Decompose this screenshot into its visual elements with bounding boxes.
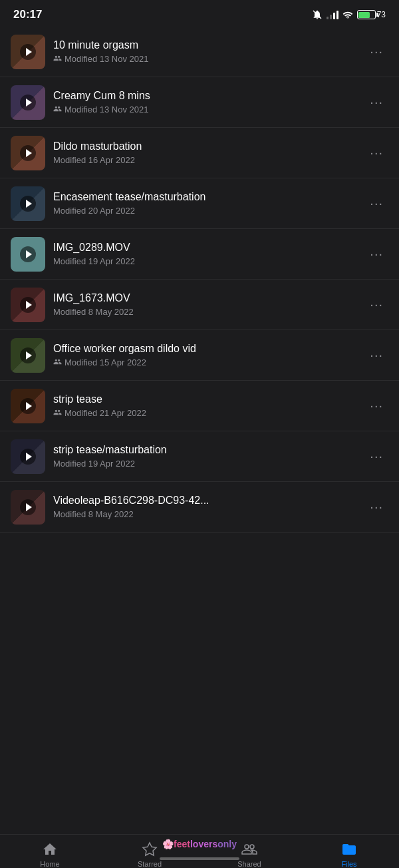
- brand-footer: 🌸feetloversonly: [162, 839, 237, 849]
- file-more-button[interactable]: ···: [364, 190, 388, 216]
- file-thumbnail: [11, 389, 45, 423]
- file-modified-date: Modified 20 Apr 2022: [53, 206, 135, 216]
- file-list-item[interactable]: 10 minute orgasmModified 13 Nov 2021···: [0, 27, 399, 77]
- file-more-button[interactable]: ···: [364, 39, 388, 65]
- file-name: IMG_0289.MOV: [53, 242, 356, 254]
- star-icon: [142, 841, 158, 857]
- battery-indicator: 73: [357, 10, 386, 19]
- file-meta: Modified 8 May 2022: [53, 509, 356, 519]
- file-meta: Modified 15 Apr 2022: [53, 357, 356, 368]
- file-list-item[interactable]: Videoleap-B616C298-DC93-42...Modified 8 …: [0, 482, 399, 533]
- file-modified-date: Modified 19 Apr 2022: [53, 459, 135, 469]
- file-modified-date: Modified 13 Nov 2021: [65, 54, 148, 64]
- play-icon: [20, 246, 36, 262]
- battery-text: 73: [377, 10, 386, 19]
- file-modified-date: Modified 8 May 2022: [53, 307, 134, 317]
- file-more-button[interactable]: ···: [364, 393, 388, 419]
- file-modified-date: Modified 8 May 2022: [53, 509, 134, 519]
- file-meta: Modified 13 Nov 2021: [53, 105, 356, 115]
- file-thumbnail: [11, 85, 45, 120]
- file-name: Office worker orgasm dildo vid: [53, 343, 356, 355]
- file-meta: Modified 19 Apr 2022: [53, 459, 356, 469]
- file-list-item[interactable]: strip tease/masturbationModified 19 Apr …: [0, 431, 399, 482]
- status-bar: 20:17 73: [0, 0, 399, 27]
- file-more-button[interactable]: ···: [364, 89, 388, 115]
- file-list-item[interactable]: Office worker orgasm dildo vidModified 1…: [0, 330, 399, 381]
- file-more-button[interactable]: ···: [364, 241, 388, 267]
- signal-bars-icon: [327, 11, 338, 19]
- file-thumbnail: [11, 136, 45, 170]
- file-more-button[interactable]: ···: [364, 342, 388, 368]
- file-list-item[interactable]: Dildo masturbationModified 16 Apr 2022··…: [0, 128, 399, 178]
- file-thumbnail: [11, 237, 45, 272]
- file-thumbnail: [11, 186, 45, 221]
- shared-status-icon: [53, 408, 62, 419]
- file-name: Encasement tease/masturbation: [53, 191, 356, 203]
- shared-icon: [241, 841, 257, 857]
- nav-shared-label: Shared: [237, 860, 261, 868]
- file-modified-date: Modified 13 Nov 2021: [65, 105, 148, 114]
- file-name: Videoleap-B616C298-DC93-42...: [53, 495, 356, 507]
- file-more-button[interactable]: ···: [364, 494, 388, 520]
- status-time: 20:17: [13, 8, 42, 21]
- play-icon: [20, 347, 36, 363]
- file-name: Creamy Cum 8 mins: [53, 90, 356, 102]
- file-name: 10 minute orgasm: [53, 39, 356, 51]
- status-icons: 73: [312, 9, 386, 20]
- file-thumbnail: [11, 490, 45, 525]
- play-icon: [20, 499, 36, 515]
- shared-status-icon: [53, 54, 62, 65]
- play-icon: [20, 95, 36, 110]
- file-thumbnail: [11, 288, 45, 322]
- file-list-item[interactable]: Creamy Cum 8 minsModified 13 Nov 2021···: [0, 77, 399, 128]
- file-more-button[interactable]: ···: [364, 292, 388, 318]
- file-name: strip tease: [53, 393, 356, 405]
- file-list-item[interactable]: IMG_1673.MOVModified 8 May 2022···: [0, 280, 399, 330]
- file-list: 10 minute orgasmModified 13 Nov 2021···C…: [0, 27, 399, 533]
- wifi-icon: [342, 11, 353, 19]
- shared-status-icon: [53, 357, 62, 368]
- file-meta: Modified 8 May 2022: [53, 307, 356, 317]
- file-meta: Modified 16 Apr 2022: [53, 155, 356, 165]
- file-more-button[interactable]: ···: [364, 140, 388, 166]
- file-meta: Modified 19 Apr 2022: [53, 256, 356, 266]
- file-meta: Modified 20 Apr 2022: [53, 206, 356, 216]
- files-icon: [341, 841, 357, 857]
- play-icon: [20, 297, 36, 313]
- file-name: strip tease/masturbation: [53, 444, 356, 456]
- nav-files[interactable]: Files: [299, 841, 399, 868]
- file-list-item[interactable]: Encasement tease/masturbationModified 20…: [0, 178, 399, 229]
- file-meta: Modified 13 Nov 2021: [53, 54, 356, 65]
- nav-starred-label: Starred: [138, 860, 162, 868]
- file-meta: Modified 21 Apr 2022: [53, 408, 356, 419]
- play-icon: [20, 196, 36, 212]
- bottom-navigation: Home Starred Shared Files 🌸feetloversonl…: [0, 834, 399, 868]
- file-list-item[interactable]: IMG_0289.MOVModified 19 Apr 2022···: [0, 229, 399, 280]
- file-modified-date: Modified 16 Apr 2022: [53, 155, 135, 165]
- nav-home-label: Home: [40, 860, 59, 868]
- file-list-item[interactable]: strip teaseModified 21 Apr 2022···: [0, 381, 399, 431]
- home-icon: [42, 841, 58, 857]
- file-modified-date: Modified 15 Apr 2022: [65, 357, 146, 367]
- shared-status-icon: [53, 105, 62, 115]
- file-name: IMG_1673.MOV: [53, 292, 356, 304]
- play-icon: [20, 145, 36, 161]
- play-icon: [20, 44, 36, 60]
- nav-home[interactable]: Home: [0, 841, 100, 868]
- file-modified-date: Modified 19 Apr 2022: [53, 256, 135, 266]
- nav-files-label: Files: [341, 860, 356, 868]
- file-thumbnail: [11, 35, 45, 69]
- file-thumbnail: [11, 439, 45, 474]
- home-indicator: [160, 857, 239, 860]
- file-thumbnail: [11, 338, 45, 373]
- play-icon: [20, 449, 36, 465]
- notification-muted-icon: [312, 9, 323, 20]
- file-more-button[interactable]: ···: [364, 443, 388, 469]
- play-icon: [20, 398, 36, 414]
- file-modified-date: Modified 21 Apr 2022: [65, 408, 146, 418]
- file-name: Dildo masturbation: [53, 140, 356, 152]
